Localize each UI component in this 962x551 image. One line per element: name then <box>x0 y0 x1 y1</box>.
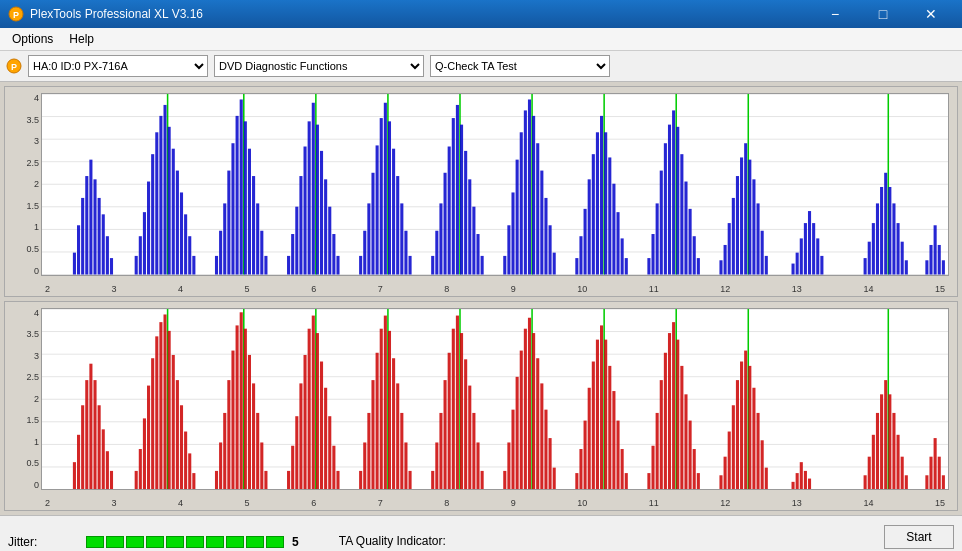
menu-options[interactable]: Options <box>4 30 61 48</box>
svg-rect-111 <box>584 209 587 275</box>
svg-rect-336 <box>901 456 904 489</box>
svg-rect-139 <box>728 223 731 274</box>
svg-rect-106 <box>544 198 547 275</box>
svg-rect-292 <box>621 449 624 489</box>
svg-rect-28 <box>155 132 158 274</box>
svg-rect-196 <box>143 418 146 489</box>
svg-rect-307 <box>697 473 700 489</box>
top-chart-area <box>41 93 949 276</box>
menu-help[interactable]: Help <box>61 30 102 48</box>
svg-rect-213 <box>227 380 230 489</box>
svg-rect-24 <box>139 236 142 274</box>
svg-text:P: P <box>11 62 17 72</box>
bottom-chart-y-axis: 4 3.5 3 2.5 2 1.5 1 0.5 0 <box>9 308 41 491</box>
svg-rect-65 <box>332 234 335 274</box>
svg-rect-163 <box>884 173 887 275</box>
jitter-led-10 <box>266 536 284 548</box>
svg-rect-97 <box>511 192 514 274</box>
svg-rect-323 <box>800 462 803 489</box>
svg-rect-15 <box>81 198 84 275</box>
svg-rect-30 <box>163 105 166 275</box>
svg-rect-258 <box>456 315 459 489</box>
svg-rect-155 <box>812 223 815 274</box>
svg-rect-157 <box>820 256 823 275</box>
test-select[interactable]: Q-Check TA Test <box>430 55 610 77</box>
svg-rect-59 <box>312 103 315 275</box>
svg-rect-33 <box>172 149 175 275</box>
svg-rect-151 <box>796 253 799 275</box>
svg-rect-79 <box>404 231 407 275</box>
svg-rect-145 <box>748 160 751 275</box>
svg-rect-189 <box>93 380 96 489</box>
svg-rect-249 <box>400 412 403 489</box>
toolbar: P HA:0 ID:0 PX-716A DVD Diagnostic Funct… <box>0 51 962 82</box>
svg-rect-50 <box>256 203 259 274</box>
svg-rect-322 <box>796 473 799 489</box>
start-button[interactable]: Start <box>884 525 954 549</box>
drive-select[interactable]: HA:0 ID:0 PX-716A <box>28 55 208 77</box>
svg-rect-61 <box>316 125 319 275</box>
svg-rect-330 <box>880 394 883 489</box>
svg-rect-280 <box>575 473 578 489</box>
jitter-led-5 <box>166 536 184 548</box>
svg-rect-308 <box>719 475 722 489</box>
svg-rect-142 <box>740 157 743 274</box>
svg-rect-260 <box>460 333 463 489</box>
title-bar-left: P PlexTools Professional XL V3.16 <box>8 6 203 22</box>
svg-rect-174 <box>942 260 945 274</box>
svg-rect-19 <box>98 198 101 275</box>
title-bar-controls: − □ ✕ <box>812 0 954 28</box>
svg-rect-140 <box>732 198 735 275</box>
action-section: Start i <box>884 525 954 552</box>
svg-rect-333 <box>888 394 891 489</box>
svg-rect-284 <box>592 361 595 489</box>
svg-rect-57 <box>304 147 307 275</box>
svg-rect-242 <box>376 352 379 489</box>
svg-rect-126 <box>660 171 663 275</box>
top-chart-y-axis: 4 3.5 3 2.5 2 1.5 1 0.5 0 <box>9 93 41 276</box>
svg-rect-254 <box>439 412 442 489</box>
charts-area: 4 3.5 3 2.5 2 1.5 1 0.5 0 <box>0 82 962 515</box>
function-select[interactable]: DVD Diagnostic Functions <box>214 55 424 77</box>
svg-rect-135 <box>693 236 696 274</box>
svg-rect-335 <box>897 434 900 489</box>
svg-rect-321 <box>792 481 795 489</box>
svg-rect-107 <box>549 225 552 274</box>
maximize-button[interactable]: □ <box>860 0 906 28</box>
close-button[interactable]: ✕ <box>908 0 954 28</box>
svg-rect-271 <box>524 328 527 489</box>
svg-rect-159 <box>868 242 871 275</box>
svg-rect-169 <box>905 260 908 274</box>
svg-rect-132 <box>680 154 683 274</box>
svg-rect-185 <box>77 434 80 489</box>
bottom-chart-svg <box>42 309 948 490</box>
svg-rect-26 <box>147 182 150 275</box>
jitter-led-6 <box>186 536 204 548</box>
svg-rect-229 <box>308 328 311 489</box>
svg-rect-212 <box>223 412 226 489</box>
svg-rect-198 <box>151 358 154 489</box>
jitter-led-4 <box>146 536 164 548</box>
svg-rect-129 <box>672 110 675 274</box>
svg-rect-192 <box>106 451 109 489</box>
app-title: PlexTools Professional XL V3.16 <box>30 7 203 21</box>
svg-rect-261 <box>464 359 467 489</box>
svg-rect-80 <box>409 256 412 275</box>
svg-rect-124 <box>651 234 654 274</box>
bottom-chart-container: 4 3.5 3 2.5 2 1.5 1 0.5 0 <box>4 301 958 512</box>
svg-rect-255 <box>444 380 447 489</box>
jitter-led-8 <box>226 536 244 548</box>
svg-rect-241 <box>371 380 374 489</box>
svg-rect-95 <box>503 256 506 275</box>
svg-rect-320 <box>765 467 768 489</box>
svg-rect-310 <box>728 431 731 489</box>
svg-rect-72 <box>380 118 383 274</box>
svg-rect-206 <box>180 405 183 489</box>
svg-rect-282 <box>584 420 587 489</box>
minimize-button[interactable]: − <box>812 0 858 28</box>
svg-rect-191 <box>102 429 105 489</box>
title-bar: P PlexTools Professional XL V3.16 − □ ✕ <box>0 0 962 28</box>
svg-rect-306 <box>693 449 696 489</box>
svg-rect-70 <box>371 173 374 275</box>
svg-rect-326 <box>864 475 867 489</box>
